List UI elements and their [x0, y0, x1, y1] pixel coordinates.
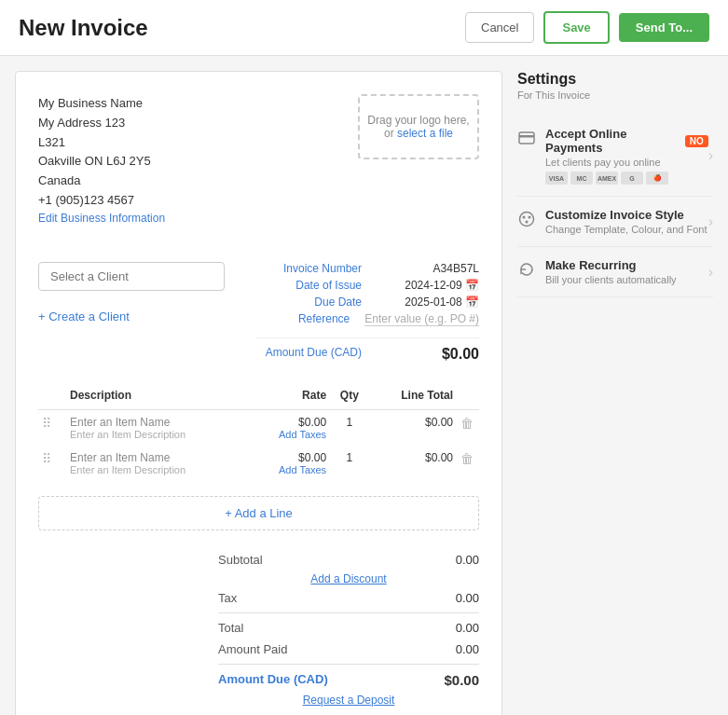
gpay-icon: G: [621, 172, 643, 185]
date-of-issue-value[interactable]: 2024-12-09 📅: [377, 279, 479, 292]
add-taxes-0[interactable]: Add Taxes: [253, 429, 327, 440]
add-discount-link[interactable]: Add a Discount: [218, 571, 479, 587]
svg-point-5: [526, 221, 529, 224]
request-deposit-link[interactable]: Request a Deposit: [218, 692, 479, 708]
drag-handle[interactable]: ⠿: [42, 416, 51, 431]
settings-style-content: Customize Invoice Style Change Template,…: [545, 208, 707, 235]
drag-handle[interactable]: ⠿: [42, 451, 51, 466]
item-name-1[interactable]: Enter an Item Name: [70, 451, 245, 464]
settings-recurring-content: Make Recurring Bill your clients automat…: [545, 258, 677, 285]
due-date-value[interactable]: 2025-01-08 📅: [377, 296, 479, 309]
send-button[interactable]: Send To...: [619, 13, 709, 42]
settings-recurring-desc: Bill your clients automatically: [545, 274, 677, 285]
tax-label: Tax: [218, 591, 237, 605]
apay-icon: 🍎: [646, 172, 668, 185]
create-client-link[interactable]: + Create a Client: [38, 309, 130, 323]
invoice-number-label: Invoice Number: [268, 262, 362, 275]
amount-paid-value: 0.00: [456, 642, 479, 656]
chevron-right-recurring-icon: ›: [708, 264, 713, 281]
credit-card-icon: [517, 129, 536, 147]
refresh-icon: [517, 260, 536, 279]
business-name: My Business Name: [38, 94, 165, 114]
svg-point-3: [523, 216, 526, 219]
logo-drop-zone[interactable]: Drag your logo here, or select a file: [358, 94, 479, 159]
cancel-button[interactable]: Cancel: [465, 12, 534, 43]
item-qty-0[interactable]: 1: [330, 409, 368, 446]
delete-row-1[interactable]: 🗑: [460, 451, 474, 466]
payment-icons: VISA MC AMEX G 🍎: [545, 172, 708, 185]
svg-rect-1: [519, 135, 534, 138]
business-address: My Address 123: [38, 114, 165, 133]
business-unit: L321: [38, 133, 165, 153]
chevron-right-style-icon: ›: [708, 213, 713, 230]
subtotal-row: Subtotal 0.00: [218, 549, 479, 571]
business-info: My Business Name My Address 123 L321 Oak…: [38, 94, 165, 225]
business-country: Canada: [38, 172, 165, 191]
subtotal-label: Subtotal: [218, 553, 263, 567]
settings-item-payments-left: Accept Online Payments NO Let clients pa…: [517, 127, 708, 185]
amount-due-total-value: $0.00: [444, 672, 479, 688]
settings-item-recurring[interactable]: Make Recurring Bill your clients automat…: [517, 247, 713, 297]
due-date-row: Due Date 2025-01-08 📅: [256, 296, 479, 309]
settings-style-title: Customize Invoice Style: [545, 208, 707, 222]
reference-input[interactable]: Enter value (e.g. PO #): [364, 312, 479, 326]
settings-item-payments[interactable]: Accept Online Payments NO Let clients pa…: [517, 116, 713, 197]
col-rate: Rate: [249, 381, 331, 410]
amount-due-total-label: Amount Due (CAD): [218, 672, 328, 688]
settings-item-style[interactable]: Customize Invoice Style Change Template,…: [517, 197, 713, 247]
top-bar: New Invoice Cancel Save Send To...: [0, 0, 728, 56]
invoice-panel: My Business Name My Address 123 L321 Oak…: [15, 71, 502, 715]
top-bar-actions: Cancel Save Send To...: [465, 11, 709, 44]
palette-icon: [517, 210, 536, 228]
date-of-issue-row: Date of Issue 2024-12-09 📅: [256, 279, 479, 292]
save-button[interactable]: Save: [543, 11, 609, 44]
mc-icon: MC: [570, 172, 593, 185]
item-desc-1[interactable]: Enter an Item Description: [70, 464, 245, 475]
settings-subtitle: For This Invoice: [517, 89, 713, 101]
visa-icon: VISA: [545, 172, 568, 185]
item-name-0[interactable]: Enter an Item Name: [70, 416, 245, 429]
invoice-number-row: Invoice Number A34B57L: [256, 262, 479, 275]
col-description: Description: [66, 381, 249, 410]
totals-wrapper: Subtotal 0.00 Add a Discount Tax 0.00 To…: [38, 549, 479, 708]
amount-due-total-row: Amount Due (CAD) $0.00: [218, 664, 479, 692]
settings-panel: Settings For This Invoice Accept Online …: [517, 71, 713, 715]
select-file-link[interactable]: select a file: [397, 127, 453, 140]
logo-drag-text-line2: or select a file: [384, 127, 453, 140]
invoice-number-value: A34B57L: [377, 262, 479, 275]
settings-payments-title: Accept Online Payments NO: [545, 127, 708, 155]
date-of-issue-label: Date of Issue: [268, 279, 362, 292]
settings-item-style-left: Customize Invoice Style Change Template,…: [517, 208, 707, 235]
item-rate-0[interactable]: $0.00: [253, 416, 327, 429]
amount-due-label: Amount Due (CAD): [266, 346, 362, 363]
total-row: Total 0.00: [218, 612, 479, 639]
amount-due-row: Amount Due (CAD) $0.00: [256, 337, 479, 363]
client-select-row: [38, 262, 225, 291]
amount-due-value: $0.00: [377, 346, 479, 363]
settings-payments-content: Accept Online Payments NO Let clients pa…: [545, 127, 708, 185]
settings-payments-desc: Let clients pay you online: [545, 157, 708, 168]
client-select-input[interactable]: [38, 262, 225, 291]
item-desc-0[interactable]: Enter an Item Description: [70, 429, 245, 440]
payments-badge: NO: [685, 135, 708, 147]
chevron-right-icon: ›: [708, 147, 713, 164]
total-value: 0.00: [456, 621, 479, 635]
amex-icon: AMEX: [596, 172, 618, 185]
delete-row-0[interactable]: 🗑: [460, 416, 474, 431]
settings-style-desc: Change Template, Colour, and Font: [545, 224, 707, 235]
invoice-fields: Invoice Number A34B57L Date of Issue 202…: [256, 262, 479, 363]
subtotal-value: 0.00: [456, 553, 479, 567]
reference-label: Reference: [256, 312, 350, 326]
settings-item-recurring-left: Make Recurring Bill your clients automat…: [517, 258, 677, 285]
item-line-total-0: $0.00: [369, 409, 457, 446]
settings-title: Settings: [517, 71, 713, 88]
amount-paid-row: Amount Paid 0.00: [218, 639, 479, 660]
add-line-button[interactable]: + Add a Line: [38, 496, 479, 530]
add-taxes-1[interactable]: Add Taxes: [253, 464, 327, 475]
item-qty-1[interactable]: 1: [330, 446, 368, 481]
business-phone: +1 (905)123 4567: [38, 191, 165, 211]
edit-business-link[interactable]: Edit Business Information: [38, 212, 165, 225]
business-city: Oakville ON L6J 2Y5: [38, 152, 165, 172]
table-row: ⠿ Enter an Item Name Enter an Item Descr…: [38, 446, 479, 481]
item-rate-1[interactable]: $0.00: [253, 451, 327, 464]
